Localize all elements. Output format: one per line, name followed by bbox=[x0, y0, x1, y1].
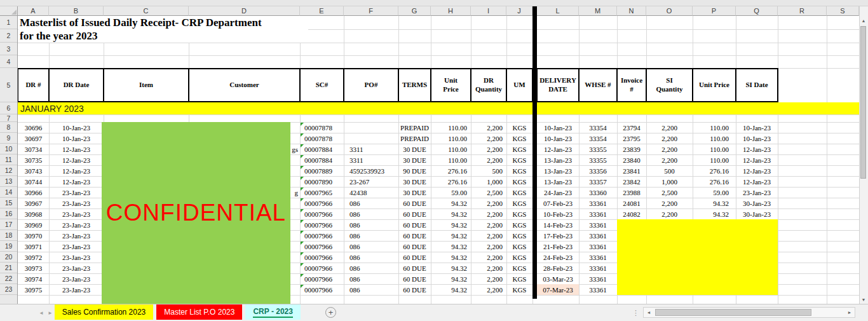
cell-M17[interactable]: 33361 bbox=[579, 219, 617, 230]
cell-G22[interactable]: 60 DUE bbox=[398, 273, 431, 284]
col-header-S[interactable]: S bbox=[827, 6, 859, 16]
cell-F17[interactable]: 086 bbox=[344, 219, 398, 230]
cell-A8[interactable]: 30696 bbox=[18, 122, 49, 133]
col-header-O[interactable]: O bbox=[646, 6, 693, 16]
cell-Q10[interactable]: 12-Jan-23 bbox=[736, 144, 778, 154]
col-header-P[interactable]: P bbox=[693, 6, 736, 16]
cell-E23[interactable]: 00007966 bbox=[300, 284, 344, 295]
cell-I20[interactable]: 2,200 bbox=[471, 252, 506, 263]
cell-J16[interactable]: KGS bbox=[506, 208, 532, 219]
cell-J8[interactable]: KGS bbox=[506, 122, 532, 133]
cell-M18[interactable]: 33361 bbox=[579, 230, 617, 241]
col-header-J[interactable]: J bbox=[506, 6, 532, 16]
cell-B22[interactable]: 23-Jan-23 bbox=[49, 273, 104, 284]
cell-A13[interactable]: 30744 bbox=[18, 176, 49, 187]
cell-I19[interactable]: 2,200 bbox=[471, 241, 506, 252]
cell-A9[interactable]: 30697 bbox=[18, 133, 49, 144]
cell-B14[interactable]: 23-Jan-23 bbox=[49, 187, 104, 198]
horizontal-scrollbar-track[interactable] bbox=[654, 308, 844, 317]
cell-Q15[interactable]: 30-Jan-23 bbox=[736, 198, 778, 208]
row-header-2[interactable]: 2 bbox=[0, 29, 17, 43]
cell-L21[interactable]: 28-Feb-23 bbox=[537, 263, 579, 273]
cell-E11[interactable]: 00007884 bbox=[300, 154, 344, 165]
table-header-terms[interactable]: TERMS bbox=[398, 68, 431, 102]
cell-L9[interactable]: 10-Jan-23 bbox=[537, 133, 579, 144]
cell-J15[interactable]: KGS bbox=[506, 198, 532, 208]
cell-B8[interactable]: 10-Jan-23 bbox=[49, 122, 104, 133]
cell-L23[interactable]: 07-Mar-23 bbox=[537, 284, 579, 295]
cell-B10[interactable]: 12-Jan-23 bbox=[49, 144, 104, 154]
cell-L16[interactable]: 10-Feb-23 bbox=[537, 208, 579, 219]
cell-M15[interactable]: 33361 bbox=[579, 198, 617, 208]
cell-Q13[interactable]: 12-Jan-23 bbox=[736, 176, 778, 187]
col-header-E[interactable]: E bbox=[300, 6, 344, 16]
cell-J14[interactable]: KGS bbox=[506, 187, 532, 198]
cell-J21[interactable]: KGS bbox=[506, 263, 532, 273]
cell-M11[interactable]: 33355 bbox=[579, 154, 617, 165]
cell-L15[interactable]: 07-Feb-23 bbox=[537, 198, 579, 208]
cell-F22[interactable]: 086 bbox=[344, 273, 398, 284]
cell-P16[interactable]: 94.32 bbox=[693, 208, 736, 219]
col-header-D[interactable]: D bbox=[189, 6, 300, 16]
cell-I21[interactable]: 2,200 bbox=[471, 263, 506, 273]
cell-B11[interactable]: 12-Jan-23 bbox=[49, 154, 104, 165]
cell-I11[interactable]: 2,200 bbox=[471, 154, 506, 165]
cell-O13[interactable]: 1,000 bbox=[646, 176, 693, 187]
cell-G21[interactable]: 60 DUE bbox=[398, 263, 431, 273]
cell-I16[interactable]: 2,200 bbox=[471, 208, 506, 219]
cell-P13[interactable]: 276.16 bbox=[693, 176, 736, 187]
cell-M12[interactable]: 33356 bbox=[579, 165, 617, 176]
cell-O9[interactable]: 2,200 bbox=[646, 133, 693, 144]
cell-E20[interactable]: 00007966 bbox=[300, 252, 344, 263]
cell-A22[interactable]: 30974 bbox=[18, 273, 49, 284]
cell-B21[interactable]: 23-Jan-23 bbox=[49, 263, 104, 273]
cell-L22[interactable]: 03-Mar-23 bbox=[537, 273, 579, 284]
cell-F20[interactable]: 086 bbox=[344, 252, 398, 263]
table-header-sc[interactable]: SC# bbox=[299, 68, 344, 102]
cell-H16[interactable]: 94.32 bbox=[431, 208, 471, 219]
table-header-whse[interactable]: WHSE # bbox=[578, 68, 618, 102]
cell-H14[interactable]: 59.00 bbox=[431, 187, 471, 198]
row-header-7[interactable]: 7 bbox=[0, 114, 17, 122]
row-header-6[interactable]: 6 bbox=[0, 102, 17, 114]
scroll-left-icon[interactable]: ◄ bbox=[644, 310, 654, 315]
cell-E21[interactable]: 00007966 bbox=[300, 263, 344, 273]
col-header-C[interactable]: C bbox=[104, 6, 189, 16]
horizontal-scrollbar-thumb[interactable] bbox=[655, 309, 811, 316]
row-header-10[interactable]: 10 bbox=[0, 144, 17, 154]
cell-J9[interactable]: KGS bbox=[506, 133, 532, 144]
cell-L19[interactable]: 21-Feb-23 bbox=[537, 241, 579, 252]
cell-Q11[interactable]: 12-Jan-23 bbox=[736, 154, 778, 165]
new-sheet-button[interactable]: + bbox=[325, 307, 336, 318]
tab-master-list-po-2023[interactable]: Master List P.O 2023 bbox=[156, 304, 242, 320]
cell-P12[interactable]: 276.16 bbox=[693, 165, 736, 176]
cell-A15[interactable]: 30967 bbox=[18, 198, 49, 208]
cell-G15[interactable]: 60 DUE bbox=[398, 198, 431, 208]
cell-L20[interactable]: 24-Feb-23 bbox=[537, 252, 579, 263]
row-header-8[interactable]: 8 bbox=[0, 122, 17, 133]
cell-F21[interactable]: 086 bbox=[344, 263, 398, 273]
cell-H17[interactable]: 94.32 bbox=[431, 219, 471, 230]
cell-A12[interactable]: 30743 bbox=[18, 165, 49, 176]
cell-H20[interactable]: 94.32 bbox=[431, 252, 471, 263]
table-header-unit-price[interactable]: Unit Price bbox=[430, 68, 471, 102]
cell-G18[interactable]: 60 DUE bbox=[398, 230, 431, 241]
cell-E17[interactable]: 00007966 bbox=[300, 219, 344, 230]
cell-P15[interactable]: 94.32 bbox=[693, 198, 736, 208]
cell-N12[interactable]: 23841 bbox=[617, 165, 646, 176]
cell-A20[interactable]: 30972 bbox=[18, 252, 49, 263]
col-header-I[interactable]: I bbox=[471, 6, 506, 16]
sheet-nav-left-icon[interactable]: ◄ bbox=[37, 310, 46, 316]
table-header-si-date[interactable]: SI Date bbox=[735, 68, 778, 102]
cell-B9[interactable]: 10-Jan-23 bbox=[49, 133, 104, 144]
cell-O12[interactable]: 500 bbox=[646, 165, 693, 176]
row-header-22[interactable]: 22 bbox=[0, 273, 17, 284]
table-header-dr-qty[interactable]: DR Quantity bbox=[470, 68, 507, 102]
scroll-up-icon[interactable]: ▲ bbox=[859, 16, 868, 25]
cell-G19[interactable]: 60 DUE bbox=[398, 241, 431, 252]
cell-H21[interactable]: 94.32 bbox=[431, 263, 471, 273]
cell-O11[interactable]: 2,200 bbox=[646, 154, 693, 165]
cell-I15[interactable]: 2,200 bbox=[471, 198, 506, 208]
cell-G11[interactable]: 30 DUE bbox=[398, 154, 431, 165]
col-header-N[interactable]: N bbox=[617, 6, 646, 16]
